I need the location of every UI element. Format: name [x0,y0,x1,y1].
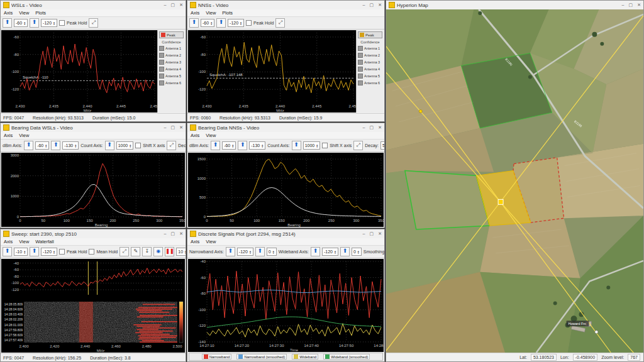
source-marker[interactable] [419,110,422,113]
titlebar[interactable]: Discrete Signals Plot (port 2294, msg 25… [187,229,384,238]
menu-axis[interactable]: Axis [4,133,13,138]
legend-wideband[interactable]: Wideband [292,354,318,359]
dbm-lower-spinner[interactable]: -130▲▼ [249,141,265,150]
minimize-icon[interactable]: – [363,3,365,8]
nns-spectrum-chart[interactable]: 2,4302,4352,4402,4452,450-60-80-100-120M… [188,30,356,112]
dbm-axis-down-button[interactable]: ⬆ [51,141,60,150]
antenna-5-toggle[interactable]: Antenna 5 [358,74,382,79]
close-icon[interactable]: ✕ [179,231,183,236]
menu-plots[interactable]: Plots [35,10,46,16]
antenna-3-toggle[interactable]: Antenna 3 [358,60,382,65]
antenna-5-toggle[interactable]: Antenna 5 [159,74,184,79]
decay-select[interactable]: 5:1▼ [380,141,384,150]
titlebar[interactable]: Bearing Data WSLs - Video –▢✕ [1,123,186,132]
record-icon[interactable]: ◉ [153,247,163,256]
antenna-2-toggle[interactable]: Antenna 2 [358,53,382,58]
peak-hold-checkbox[interactable] [59,20,65,26]
antenna-4-toggle[interactable]: Antenna 4 [159,67,184,72]
lower-level-spinner[interactable]: -120▲▼ [228,19,244,27]
maximize-icon[interactable]: ▢ [171,125,175,130]
menu-axis[interactable]: Axis [191,133,199,138]
dbm-axis-down-button[interactable]: ⬆ [238,141,247,150]
dbm-upper-spinner[interactable]: -60▲▼ [35,141,49,150]
menu-view[interactable]: View [19,10,29,16]
expand-icon[interactable]: ⤢ [89,18,98,28]
close-icon[interactable]: ✕ [637,3,641,8]
menu-axis[interactable]: Axis [4,10,13,16]
sweep-spectrum-chart[interactable]: -40-60-80-100-120 [1,259,185,300]
expand-icon[interactable]: ⤢ [119,247,129,256]
lower-level-spinner[interactable]: -120▲▼ [41,19,57,27]
peak-toggle[interactable]: Peak [358,31,382,38]
target-marker[interactable] [498,199,503,204]
pause-icon[interactable]: ❚❚ [165,247,174,256]
wsl-bearing-chart[interactable]: 0501001502002503003500100020003000Bearin… [1,153,185,227]
nns-bearing-chart[interactable]: 050100150200250300350050010001500Bearing [188,153,384,227]
minimize-icon[interactable]: – [622,3,625,8]
menu-view[interactable]: View [19,239,29,244]
nb-axis-down-button[interactable]: ⬆ [255,247,265,256]
titlebar[interactable]: Sweep: start 2390, stop 2510 –▢✕ [1,229,186,238]
minimize-icon[interactable]: – [363,231,365,236]
peak-toggle[interactable]: Peak [159,31,184,38]
titlebar[interactable]: Hyperion Map –▢✕ [386,1,643,9]
waterfall-display[interactable]: 14:28:05.80914:28:04.60914:28:03.40914:2… [1,300,185,353]
axis-up-button[interactable]: ⬆ [3,247,12,256]
antenna-2-toggle[interactable]: Antenna 2 [159,53,184,58]
close-icon[interactable]: ✕ [378,231,382,236]
shift-x-checkbox[interactable] [322,143,328,148]
marker-icon[interactable]: ↧ [142,247,152,256]
menu-view[interactable]: View [19,133,29,138]
expand-icon[interactable]: ⤢ [353,141,363,150]
farm-marker[interactable] [595,331,598,334]
shift-x-checkbox[interactable] [135,143,141,148]
maximize-icon[interactable]: ▢ [370,231,374,236]
dbm-axis-up-button[interactable]: ⬆ [24,141,33,150]
close-icon[interactable]: ✕ [179,125,183,130]
minimize-icon[interactable]: – [164,231,167,236]
titlebar[interactable]: NNSs - Video –▢✕ [187,1,384,9]
axis-up-button[interactable]: ⬆ [3,18,12,28]
maximize-icon[interactable]: ▢ [171,231,175,236]
count-upper-spinner[interactable]: 1000▲▼ [116,141,134,150]
wb-axis-down-button[interactable]: ⬆ [340,247,350,256]
menu-view[interactable]: View [206,133,216,138]
nb-axis-up-button[interactable]: ⬆ [226,247,235,256]
menu-plots[interactable]: Plots [222,10,233,16]
dbm-lower-spinner[interactable]: -130▲▼ [62,141,79,150]
maximize-icon[interactable]: ▢ [629,3,633,8]
nb-upper-spinner[interactable]: 0▲▼ [267,248,277,256]
average-count-spinner[interactable]: 10▲▼ [176,248,186,256]
minimize-icon[interactable]: – [164,125,167,130]
axis-down-button[interactable]: ⬆ [216,18,226,28]
close-icon[interactable]: ✕ [378,125,382,130]
axis-up-button[interactable]: ⬆ [189,18,199,28]
count-axis-up-button[interactable]: ⬆ [105,141,114,150]
dbm-axis-up-button[interactable]: ⬆ [211,141,220,150]
expand-icon[interactable]: ⤢ [167,141,176,150]
peak-hold-checkbox[interactable] [59,249,65,255]
map-canvas[interactable]: B1190 B1190 Howard Fm [386,9,643,353]
expand-icon[interactable]: ⤢ [275,18,285,28]
upper-level-spinner[interactable]: -10▲▼ [14,248,28,256]
axis-down-button[interactable]: ⬆ [30,18,39,28]
legend-narrowband[interactable]: Narrowband [202,354,232,359]
legend-wideband-smoothed[interactable]: Wideband (smoothed) [323,354,370,359]
pencil-icon[interactable]: ✎ [131,247,140,256]
antenna-1-toggle[interactable]: Antenna 1 [159,46,184,51]
axis-down-button[interactable]: ⬆ [30,247,39,256]
menu-axis[interactable]: Axis [191,10,199,16]
close-icon[interactable]: ✕ [179,3,183,8]
antenna-6-toggle[interactable]: Antenna 6 [358,80,382,85]
discrete-signals-chart[interactable]: 14:27:1014:27:2014:27:3014:27:4014:27:50… [188,259,384,352]
nb-lower-spinner[interactable]: -120▲▼ [237,248,253,256]
antenna-1-toggle[interactable]: Antenna 1 [358,46,382,51]
upper-level-spinner[interactable]: -60▲▼ [14,19,28,27]
maximize-icon[interactable]: ▢ [370,125,374,130]
menu-axis[interactable]: Axis [191,239,199,244]
count-upper-spinner[interactable]: 1000▲▼ [303,141,321,150]
menu-axis[interactable]: Axis [4,239,13,244]
peak-hold-checkbox[interactable] [246,20,252,26]
minimize-icon[interactable]: – [363,125,365,130]
titlebar[interactable]: WSLs - Video –▢✕ [1,1,186,9]
